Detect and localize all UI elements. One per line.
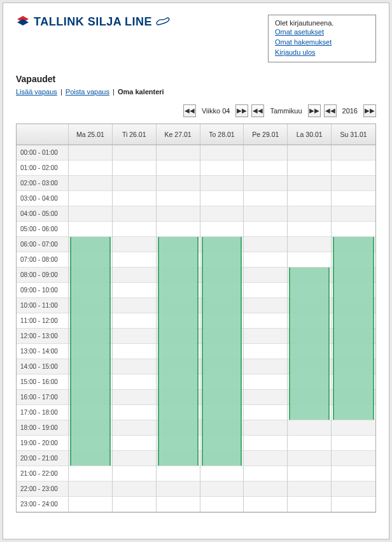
calendar-cell[interactable] [200,481,244,497]
calendar-cell[interactable] [244,267,287,283]
calendar-cell[interactable] [113,145,156,160]
calendar-cell[interactable] [288,451,331,466]
calendar-cell[interactable] [244,344,287,359]
month-prev-button[interactable]: ◀◀ [251,104,264,117]
calendar-cell[interactable] [332,420,375,436]
calendar-cell[interactable] [244,359,287,374]
calendar-cell[interactable] [113,344,156,359]
calendar-cell[interactable] [244,191,287,206]
calendar-cell[interactable] [244,283,287,298]
calendar-cell[interactable] [69,222,112,237]
year-prev-button[interactable]: ◀◀ [324,104,337,117]
calendar-cell[interactable] [157,206,200,222]
calendar-cell[interactable] [113,222,156,237]
link-settings[interactable]: Omat asetukset [275,27,369,38]
calendar-event[interactable] [70,237,111,466]
calendar-cell[interactable] [244,252,287,267]
calendar-cell[interactable] [157,222,200,237]
calendar-cell[interactable] [113,497,156,512]
calendar-cell[interactable] [113,252,156,267]
calendar-cell[interactable] [69,481,112,497]
calendar-cell[interactable] [113,206,156,222]
month-next-button[interactable]: ▶▶ [308,104,321,117]
calendar-cell[interactable] [332,481,375,497]
calendar-cell[interactable] [200,206,244,222]
calendar-cell[interactable] [332,206,375,222]
calendar-cell[interactable] [200,176,244,191]
calendar-cell[interactable] [113,436,156,451]
calendar-cell[interactable] [288,497,331,512]
link-remove-vacancy[interactable]: Poista vapaus [66,88,109,96]
calendar-cell[interactable] [288,252,331,267]
calendar-cell[interactable] [200,191,244,206]
week-prev-button[interactable]: ◀◀ [183,104,196,117]
calendar-cell[interactable] [113,405,156,420]
calendar-cell[interactable] [157,191,200,206]
calendar-cell[interactable] [200,497,244,512]
calendar-cell[interactable] [113,191,156,206]
calendar-cell[interactable] [244,374,287,390]
calendar-cell[interactable] [244,329,287,344]
calendar-cell[interactable] [288,160,331,176]
year-next-button[interactable]: ▶▶ [363,104,376,117]
calendar-cell[interactable] [332,191,375,206]
calendar-event[interactable] [158,237,199,466]
calendar-cell[interactable] [332,160,375,176]
calendar-cell[interactable] [200,466,244,481]
calendar-event[interactable] [202,237,242,466]
calendar-cell[interactable] [157,160,200,176]
calendar-cell[interactable] [157,176,200,191]
calendar-cell[interactable] [244,298,287,313]
calendar-cell[interactable] [113,329,156,344]
calendar-cell[interactable] [113,313,156,329]
calendar-cell[interactable] [332,451,375,466]
calendar-cell[interactable] [332,436,375,451]
calendar-cell[interactable] [244,145,287,160]
calendar-cell[interactable] [288,145,331,160]
calendar-cell[interactable] [113,267,156,283]
calendar-cell[interactable] [200,145,244,160]
calendar-cell[interactable] [288,420,331,436]
calendar-cell[interactable] [288,481,331,497]
calendar-cell[interactable] [244,436,287,451]
calendar-cell[interactable] [69,206,112,222]
calendar-cell[interactable] [244,176,287,191]
calendar-cell[interactable] [244,237,287,252]
calendar-cell[interactable] [113,481,156,497]
calendar-cell[interactable] [113,420,156,436]
calendar-cell[interactable] [244,481,287,497]
calendar-cell[interactable] [113,451,156,466]
calendar-cell[interactable] [113,283,156,298]
calendar-cell[interactable] [244,160,287,176]
calendar-cell[interactable] [69,160,112,176]
calendar-cell[interactable] [200,160,244,176]
calendar-cell[interactable] [288,466,331,481]
calendar-cell[interactable] [332,497,375,512]
calendar-cell[interactable] [69,191,112,206]
calendar-event[interactable] [289,267,330,420]
calendar-cell[interactable] [69,145,112,160]
calendar-event[interactable] [333,237,374,420]
calendar-cell[interactable] [157,497,200,512]
calendar-cell[interactable] [288,176,331,191]
calendar-cell[interactable] [332,145,375,160]
calendar-cell[interactable] [113,160,156,176]
calendar-cell[interactable] [200,222,244,237]
calendar-cell[interactable] [244,497,287,512]
calendar-cell[interactable] [244,466,287,481]
calendar-cell[interactable] [244,451,287,466]
calendar-cell[interactable] [113,176,156,191]
link-logout[interactable]: Kirjaudu ulos [275,48,369,58]
calendar-cell[interactable] [113,466,156,481]
calendar-cell[interactable] [332,176,375,191]
calendar-cell[interactable] [288,436,331,451]
calendar-cell[interactable] [157,145,200,160]
calendar-cell[interactable] [113,359,156,374]
calendar-cell[interactable] [69,466,112,481]
calendar-cell[interactable] [244,390,287,405]
link-add-vacancy[interactable]: Lisää vapaus [16,88,57,96]
calendar-cell[interactable] [244,313,287,329]
calendar-cell[interactable] [332,222,375,237]
calendar-cell[interactable] [157,466,200,481]
calendar-cell[interactable] [157,481,200,497]
